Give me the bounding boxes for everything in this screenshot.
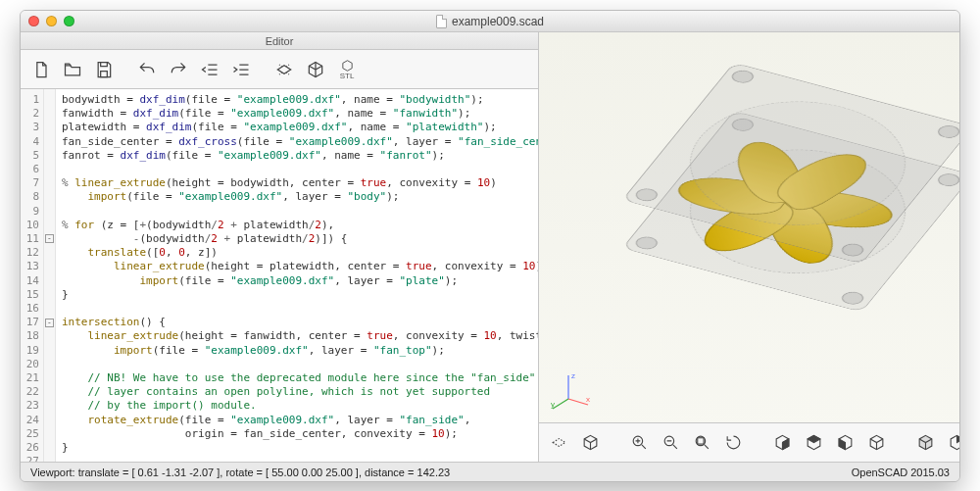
export-stl-button[interactable]: STL bbox=[332, 55, 362, 84]
render-view-button[interactable] bbox=[576, 429, 604, 457]
model-preview bbox=[622, 111, 960, 313]
zoom-out-button[interactable] bbox=[657, 429, 684, 457]
svg-line-1 bbox=[568, 399, 588, 405]
editor-toolbar: STL bbox=[21, 50, 538, 89]
fold-gutter[interactable]: -- bbox=[44, 89, 56, 462]
view-left-button[interactable] bbox=[831, 429, 858, 457]
reset-view-button[interactable] bbox=[719, 429, 747, 457]
app-version-text: OpenSCAD 2015.03 bbox=[852, 466, 950, 478]
view-top-button[interactable] bbox=[800, 429, 827, 457]
preview-view-button[interactable] bbox=[545, 429, 572, 457]
zoom-all-button[interactable] bbox=[688, 429, 715, 457]
app-window: example009.scad Editor bbox=[20, 10, 960, 482]
window-title-text: example009.scad bbox=[452, 15, 544, 28]
svg-rect-9 bbox=[697, 438, 703, 444]
editor-caption: Editor bbox=[21, 32, 538, 50]
view-diagonal-button[interactable] bbox=[911, 429, 939, 457]
indent-button[interactable] bbox=[226, 55, 256, 84]
render-button[interactable] bbox=[301, 55, 330, 84]
document-icon bbox=[436, 15, 447, 28]
unindent-button[interactable] bbox=[195, 55, 224, 84]
svg-line-2 bbox=[553, 399, 568, 409]
editor-panel: Editor bbox=[21, 32, 539, 462]
view-right-button[interactable] bbox=[768, 429, 796, 457]
svg-text:z: z bbox=[571, 371, 575, 380]
new-button[interactable] bbox=[26, 55, 56, 84]
zoom-in-button[interactable] bbox=[625, 429, 653, 457]
line-gutter: 1234567891011121314151617181920212223242… bbox=[21, 89, 44, 462]
viewport-panel: z x y bbox=[539, 32, 960, 462]
undo-button[interactable] bbox=[132, 55, 162, 84]
stl-label: STL bbox=[340, 73, 355, 80]
svg-text:x: x bbox=[586, 395, 590, 404]
open-button[interactable] bbox=[58, 55, 87, 84]
code-editor[interactable]: 1234567891011121314151617181920212223242… bbox=[21, 89, 538, 462]
axis-gizmo-icon: z x y bbox=[549, 369, 592, 415]
viewport-toolbar bbox=[539, 422, 960, 462]
status-bar: Viewport: translate = [ 0.61 -1.31 -2.07… bbox=[21, 462, 959, 481]
viewport-status-text: Viewport: translate = [ 0.61 -1.31 -2.07… bbox=[30, 466, 450, 478]
svg-text:y: y bbox=[551, 400, 555, 409]
code-text[interactable]: bodywidth = dxf_dim(file = "example009.d… bbox=[56, 89, 538, 462]
redo-button[interactable] bbox=[164, 55, 193, 84]
preview-button[interactable] bbox=[270, 55, 299, 84]
window-title: example009.scad bbox=[21, 15, 959, 28]
save-button[interactable] bbox=[89, 55, 119, 84]
viewport-canvas[interactable]: z x y bbox=[539, 32, 960, 422]
view-back-button[interactable] bbox=[943, 429, 960, 457]
titlebar[interactable]: example009.scad bbox=[21, 11, 959, 32]
view-front-button[interactable] bbox=[862, 429, 890, 457]
